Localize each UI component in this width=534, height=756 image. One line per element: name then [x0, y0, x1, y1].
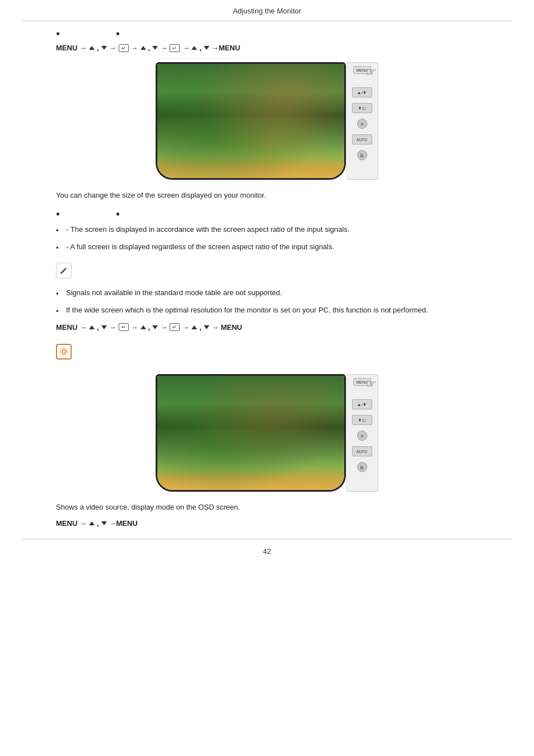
- monitor-screen-2: [156, 374, 346, 492]
- enter-box-1: ↵: [119, 44, 129, 52]
- formula2-tri-down-2: [152, 325, 158, 329]
- formula2-arrow-1: →: [109, 323, 116, 332]
- monitor-with-controls-2: MENU ☞ ▲/▼ ▼/□ ⊕ AUTO ⏻: [156, 374, 378, 492]
- list-bullet-1: •: [56, 225, 63, 237]
- tri-down-2: [152, 46, 158, 50]
- formula3-comma-1: ,: [97, 519, 99, 528]
- screen-display-2: [157, 376, 344, 490]
- formula-arrow-1: →: [109, 44, 116, 52]
- hand-pointer-icon-1: ☞: [366, 65, 377, 80]
- list-item-2: • - A full screen is displayed regardles…: [56, 241, 478, 254]
- settings-gear-icon: [59, 347, 69, 357]
- monitor-control-panel-1: MENU ☞ ▲/▼ ▼/□ ⊕ AUTO ⏻: [346, 62, 378, 180]
- note-item-2-text: If the wide screen which is the optimal …: [66, 305, 428, 316]
- page-footer: 42: [22, 539, 512, 561]
- bullet-dot-1: •: [56, 28, 60, 39]
- up-down-btn-2: ▲/▼: [352, 399, 372, 409]
- formula2-tri-up-1: [89, 325, 95, 329]
- formula3-tri-down-1: [101, 521, 107, 525]
- s2-bullet-2: •: [116, 208, 120, 220]
- monitor-image-2: MENU ☞ ▲/▼ ▼/□ ⊕ AUTO ⏻: [56, 374, 478, 492]
- formula-1: MENU → , → ↵ → , → ↵ → , →MENU: [56, 44, 478, 52]
- page-header: Adjusting the Monitor: [22, 0, 512, 21]
- formula3-menu-1: MENU →: [56, 519, 87, 528]
- formula-comma-1: ,: [97, 44, 99, 52]
- formula3-tri-up-1: [89, 521, 95, 525]
- formula-menu-end-1: →MENU: [212, 44, 240, 52]
- formula2-menu-end: → MENU: [212, 323, 242, 332]
- bullet-dot-2: •: [116, 28, 120, 39]
- note-item-1: • Signals not available in the standard …: [56, 287, 478, 300]
- tri-up-3: [191, 46, 197, 50]
- formula-arrow-2: →: [131, 44, 138, 52]
- formula-comma-3: ,: [199, 44, 202, 52]
- enter-circle-2: ⊕: [357, 431, 367, 441]
- s2-bullet-dot-2: •: [116, 208, 120, 220]
- tri-down-1: [101, 46, 107, 50]
- formula2-arrow-4: →: [182, 323, 189, 332]
- list-bullet-2: •: [56, 242, 63, 254]
- svg-point-0: [62, 350, 65, 353]
- description-2: Shows a video source, display mode on th…: [56, 502, 478, 514]
- note-item-1-text: Signals not available in the standard mo…: [66, 287, 282, 299]
- formula2-menu-1: MENU →: [56, 323, 87, 332]
- bullet-item-1: •: [56, 28, 60, 39]
- monitor-screen-1: [156, 62, 346, 180]
- svg-point-1: [60, 348, 67, 355]
- up-down-btn-1: ▲/▼: [352, 87, 372, 97]
- tri-down-3: [204, 46, 209, 50]
- formula-arrow-3: →: [160, 44, 167, 52]
- description-1: You can change the size of the screen di…: [56, 190, 478, 202]
- formula-menu-1: MENU →: [56, 44, 87, 52]
- screen-display-1: [157, 64, 344, 178]
- enter-circle-1: ⊕: [357, 119, 367, 129]
- header-title: Adjusting the Monitor: [233, 7, 301, 15]
- note-bullet-2: •: [56, 306, 63, 318]
- s2-bullet-dot-1: •: [56, 208, 60, 220]
- auto-btn-1: AUTO: [352, 134, 372, 144]
- page-number: 42: [263, 547, 271, 556]
- tri-up-2: [140, 46, 146, 50]
- formula3-menu-end: →MENU: [109, 519, 138, 528]
- formula2-arrow-3: →: [160, 323, 167, 332]
- formula2-comma-2: ,: [148, 323, 151, 332]
- list-item-1-text: - The screen is displayed in accordance …: [66, 224, 349, 236]
- monitor-control-panel-2: MENU ☞ ▲/▼ ▼/□ ⊕ AUTO ⏻: [346, 374, 378, 492]
- list-item-1: • - The screen is displayed in accordanc…: [56, 224, 478, 237]
- down-btn-1: ▼/□: [352, 103, 372, 113]
- pencil-icon: [59, 265, 69, 276]
- bullet-item-2: •: [116, 28, 120, 39]
- formula2-tri-down-3: [204, 325, 209, 329]
- monitor-with-controls-1: MENU ☞ ▲/▼ ▼/□ ⊕ AUTO ⏻: [156, 62, 378, 180]
- formula2-comma-1: ,: [97, 323, 99, 332]
- enter-box-2: ↵: [170, 44, 180, 52]
- formula2-tri-down-1: [101, 325, 107, 329]
- note-bullet-1: •: [56, 288, 63, 300]
- formula2-arrow-2: →: [131, 323, 138, 332]
- top-bullet-row: • •: [56, 28, 478, 39]
- formula2-enter-1: ↵: [119, 323, 129, 331]
- auto-btn-2: AUTO: [352, 446, 372, 456]
- monitor-image-1: MENU ☞ ▲/▼ ▼/□ ⊕ AUTO ⏻: [56, 62, 478, 180]
- note-icon: [56, 263, 72, 278]
- formula2-tri-up-3: [191, 325, 197, 329]
- orange-settings-icon: [56, 344, 72, 360]
- section2-bullet-row: • •: [56, 208, 478, 220]
- formula-comma-2: ,: [148, 44, 151, 52]
- note-item-2: • If the wide screen which is the optima…: [56, 305, 478, 318]
- list-item-2-text: - A full screen is displayed regardless …: [66, 241, 334, 253]
- tri-up-1: [89, 46, 95, 50]
- formula-2: MENU → , → ↵ → , → ↵ → , → MENU: [56, 323, 478, 332]
- down-btn-2: ▼/□: [352, 415, 372, 425]
- power-circle-2: ⏻: [357, 462, 367, 472]
- s2-bullet-1: •: [56, 208, 60, 220]
- formula2-comma-3: ,: [199, 323, 202, 332]
- formula2-tri-up-2: [140, 325, 146, 329]
- formula2-enter-2: ↵: [170, 323, 180, 331]
- formula-3: MENU → , →MENU: [56, 519, 478, 528]
- formula-arrow-4: →: [182, 44, 189, 52]
- power-circle-1: ⏻: [357, 150, 367, 160]
- hand-pointer-icon-2: ☞: [366, 377, 377, 391]
